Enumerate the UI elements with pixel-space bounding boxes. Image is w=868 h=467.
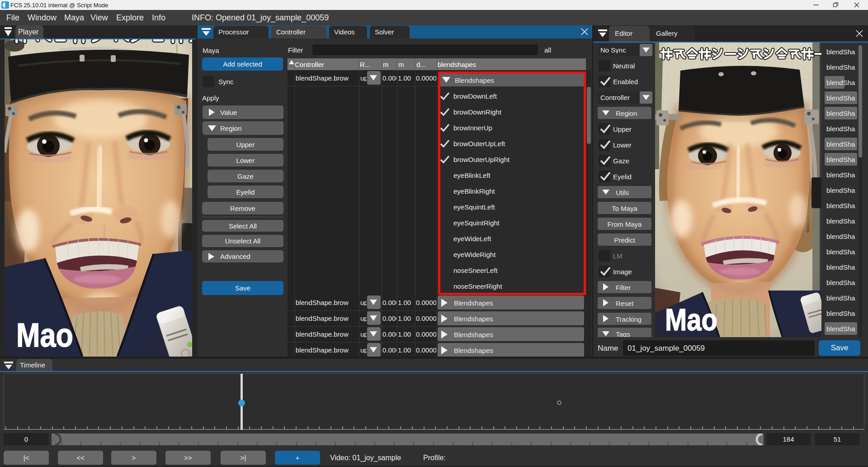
svg-text:Mao: Mao: [16, 316, 73, 354]
svg-text:Mao: Mao: [665, 302, 717, 337]
